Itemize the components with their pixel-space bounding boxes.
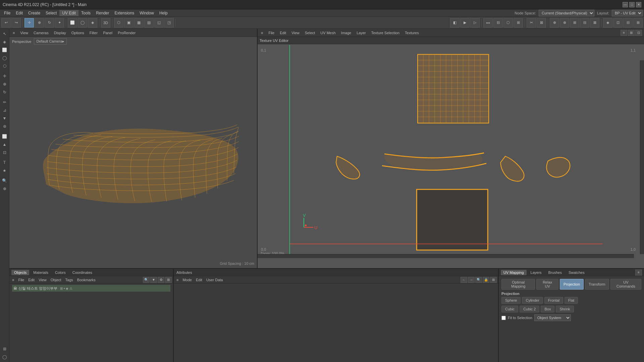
- tool-zoom[interactable]: 🔍: [1, 177, 8, 184]
- view-front-button[interactable]: ▦: [134, 18, 144, 27]
- lasso-button[interactable]: ◯: [78, 18, 87, 27]
- vp-menu-filter[interactable]: Filter: [88, 31, 99, 35]
- uv-menu-edit[interactable]: Edit: [278, 31, 287, 35]
- tool-rotate[interactable]: ↻: [1, 88, 8, 96]
- vp-menu-prorender[interactable]: ProRender: [116, 31, 137, 35]
- tool-live-select[interactable]: ◈: [1, 38, 8, 46]
- obj-search-btn[interactable]: 🔍: [143, 277, 150, 283]
- vp-menu-options[interactable]: Options: [70, 31, 86, 35]
- bridge-button[interactable]: ⊠: [590, 18, 599, 27]
- minimize-button[interactable]: —: [623, 2, 628, 7]
- window-controls[interactable]: — □ ✕: [623, 2, 641, 7]
- uv-tb-icon2[interactable]: ⊞: [628, 30, 635, 36]
- relax-uv-button[interactable]: Relax UV: [536, 279, 558, 290]
- close-button[interactable]: ✕: [636, 2, 641, 7]
- tab-colors[interactable]: Colors: [52, 270, 68, 275]
- uv-menu-view[interactable]: View: [290, 31, 301, 35]
- render-active-button[interactable]: ▶: [460, 18, 470, 27]
- tool-text[interactable]: T: [1, 159, 8, 166]
- cylinder-button[interactable]: Cylinder: [522, 297, 543, 304]
- tool-add-point[interactable]: ▲: [1, 141, 8, 148]
- flat-button[interactable]: Flat: [565, 297, 578, 304]
- obj-menu-bookmarks[interactable]: Bookmarks: [76, 278, 97, 282]
- uv-tb-icon3[interactable]: ⊡: [635, 30, 642, 36]
- uv-commands-button[interactable]: UV Commands: [610, 279, 641, 290]
- vp-menu-panel[interactable]: Panel: [102, 31, 114, 35]
- uv-menu-layer[interactable]: Layer: [355, 31, 367, 35]
- rotate-tool-button[interactable]: ↻: [45, 18, 54, 27]
- tool-move[interactable]: ✛: [1, 72, 8, 80]
- attr-menu-userdata[interactable]: User Data: [205, 278, 224, 282]
- tool-cursor[interactable]: ↖: [1, 30, 8, 38]
- view-extra-button[interactable]: ◳: [164, 18, 174, 27]
- uv-v-scrollbar[interactable]: [640, 60, 644, 254]
- frontal-button[interactable]: Frontal: [544, 297, 563, 304]
- tool-rect-select[interactable]: ⬜: [1, 46, 8, 54]
- vp-menu-view[interactable]: View: [19, 31, 30, 35]
- tool-sculpt[interactable]: ⊿: [1, 107, 8, 114]
- obj-menu-file[interactable]: File: [17, 278, 25, 282]
- uv-menu-texsel[interactable]: Texture Selection: [370, 31, 401, 35]
- tab-brushes[interactable]: Brushes: [546, 270, 565, 275]
- cubic-button[interactable]: Cubic: [501, 306, 518, 312]
- attr-extra[interactable]: ⊞: [490, 277, 497, 283]
- scale-tool-button[interactable]: ⊕: [35, 18, 44, 27]
- fit-to-selection-checkbox[interactable]: [501, 316, 506, 320]
- shrink-button[interactable]: Shrink: [556, 306, 574, 312]
- poly-mode-button[interactable]: ⬡: [503, 18, 513, 27]
- attr-search[interactable]: 🔍: [475, 277, 482, 283]
- 3d-mode-button[interactable]: 3D: [101, 18, 110, 27]
- materials-button[interactable]: ◈: [603, 18, 612, 27]
- uv-menu-file[interactable]: File: [267, 31, 276, 35]
- menu-select[interactable]: Select: [43, 10, 59, 16]
- attr-menu-icon[interactable]: ≡: [175, 278, 180, 282]
- tool-magnet[interactable]: ⊕: [1, 185, 8, 192]
- subdivide-button[interactable]: ⊞: [570, 18, 579, 27]
- uv-relax-button[interactable]: ⊞: [633, 18, 643, 27]
- sphere-button[interactable]: Sphere: [501, 297, 521, 304]
- tool-lasso[interactable]: ◯: [1, 54, 8, 62]
- tool-scale[interactable]: ⊕: [1, 80, 8, 88]
- menu-create[interactable]: Create: [25, 10, 43, 16]
- tool-paint[interactable]: ✏: [1, 99, 8, 106]
- uv-menu-icon[interactable]: ≡: [260, 31, 264, 35]
- tab-uv-mapping[interactable]: UV Mapping: [501, 270, 527, 275]
- uv-menu-textures[interactable]: Textures: [404, 31, 420, 35]
- points-mode-button[interactable]: •••: [483, 18, 493, 27]
- transform-tool-button[interactable]: ✦: [55, 18, 64, 27]
- weld-button[interactable]: ⊗: [560, 18, 569, 27]
- menu-tools[interactable]: Tools: [78, 10, 93, 16]
- projection-button[interactable]: Projection: [560, 279, 584, 290]
- tool-eyedropper[interactable]: ⊛: [1, 123, 8, 130]
- view-side-button[interactable]: ▤: [144, 18, 154, 27]
- menu-extensions[interactable]: Extensions: [112, 10, 137, 16]
- attr-nav-back[interactable]: ←: [461, 277, 467, 283]
- transform-button[interactable]: Transform: [585, 279, 609, 290]
- tab-materials[interactable]: Materials: [31, 270, 51, 275]
- tool-poly-pen[interactable]: ⬜: [1, 133, 8, 140]
- attr-lock[interactable]: 🔒: [483, 277, 489, 283]
- obj-settings-btn[interactable]: ⚙: [158, 277, 164, 283]
- obj-menu-view[interactable]: View: [37, 278, 48, 282]
- attr-menu-edit[interactable]: Edit: [195, 278, 204, 282]
- panel-options-btn[interactable]: ≡: [635, 269, 642, 276]
- tab-swatches[interactable]: Swatches: [566, 270, 587, 275]
- obj-menu-edit[interactable]: Edit: [27, 278, 36, 282]
- layout-select[interactable]: BP - UV Edit: [612, 10, 643, 16]
- uv-menu-image[interactable]: Image: [340, 31, 353, 35]
- tool-poly-select[interactable]: ⬡: [1, 62, 8, 70]
- menu-edit[interactable]: Edit: [13, 10, 25, 16]
- cubic2-button[interactable]: Cubic 2: [520, 306, 539, 312]
- tab-layers[interactable]: Layers: [528, 270, 544, 275]
- uv-h-scrollbar[interactable]: [258, 254, 634, 258]
- edges-mode-button[interactable]: ⊟: [493, 18, 503, 27]
- box-button[interactable]: Box: [541, 306, 554, 312]
- uv-edit-button[interactable]: ⊟: [623, 18, 633, 27]
- knife-button[interactable]: ✂: [527, 18, 536, 27]
- menu-window[interactable]: Window: [137, 10, 157, 16]
- vp-menu-cameras[interactable]: Cameras: [32, 31, 50, 35]
- dissolve-button[interactable]: ⊟: [580, 18, 589, 27]
- obj-menu-object[interactable]: Object: [49, 278, 63, 282]
- menu-uv-edit[interactable]: UV Edit: [59, 10, 78, 16]
- select-all-button[interactable]: ⬜: [68, 18, 77, 27]
